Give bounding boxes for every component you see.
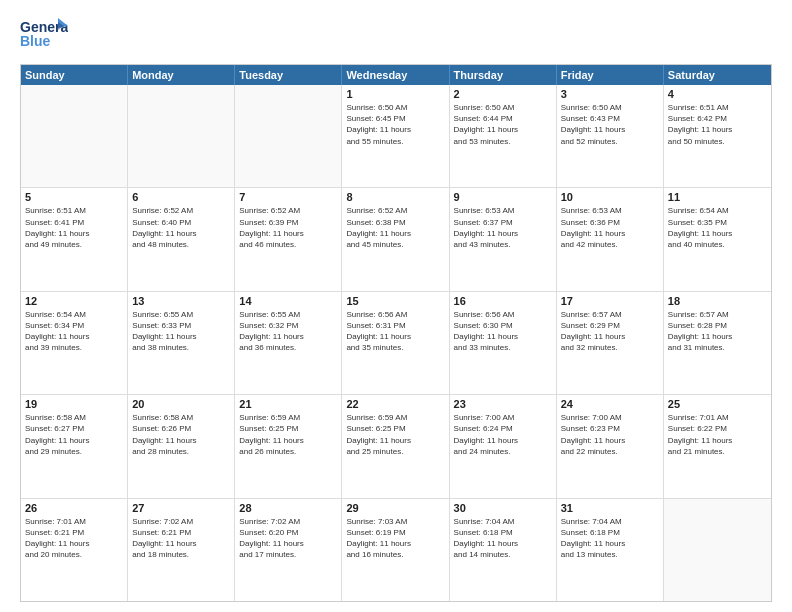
day-number: 31 [561,502,659,514]
day-cell-13: 13Sunrise: 6:55 AMSunset: 6:33 PMDayligh… [128,292,235,394]
day-cell-9: 9Sunrise: 6:53 AMSunset: 6:37 PMDaylight… [450,188,557,290]
day-cell-7: 7Sunrise: 6:52 AMSunset: 6:39 PMDaylight… [235,188,342,290]
day-info: Sunrise: 6:55 AMSunset: 6:32 PMDaylight:… [239,309,337,354]
day-cell-18: 18Sunrise: 6:57 AMSunset: 6:28 PMDayligh… [664,292,771,394]
day-info: Sunrise: 6:50 AMSunset: 6:45 PMDaylight:… [346,102,444,147]
day-cell-28: 28Sunrise: 7:02 AMSunset: 6:20 PMDayligh… [235,499,342,601]
day-number: 9 [454,191,552,203]
header-day-thursday: Thursday [450,65,557,85]
day-number: 4 [668,88,767,100]
day-number: 22 [346,398,444,410]
day-info: Sunrise: 6:51 AMSunset: 6:41 PMDaylight:… [25,205,123,250]
day-info: Sunrise: 6:53 AMSunset: 6:36 PMDaylight:… [561,205,659,250]
day-cell-8: 8Sunrise: 6:52 AMSunset: 6:38 PMDaylight… [342,188,449,290]
day-cell-27: 27Sunrise: 7:02 AMSunset: 6:21 PMDayligh… [128,499,235,601]
day-info: Sunrise: 6:57 AMSunset: 6:29 PMDaylight:… [561,309,659,354]
day-number: 28 [239,502,337,514]
day-number: 5 [25,191,123,203]
week-row-1: 5Sunrise: 6:51 AMSunset: 6:41 PMDaylight… [21,188,771,291]
day-number: 19 [25,398,123,410]
day-number: 13 [132,295,230,307]
day-number: 18 [668,295,767,307]
day-number: 24 [561,398,659,410]
day-cell-29: 29Sunrise: 7:03 AMSunset: 6:19 PMDayligh… [342,499,449,601]
day-info: Sunrise: 6:56 AMSunset: 6:30 PMDaylight:… [454,309,552,354]
calendar: SundayMondayTuesdayWednesdayThursdayFrid… [20,64,772,602]
day-cell-31: 31Sunrise: 7:04 AMSunset: 6:18 PMDayligh… [557,499,664,601]
header-day-sunday: Sunday [21,65,128,85]
day-number: 25 [668,398,767,410]
header: General Blue [20,16,772,56]
day-number: 10 [561,191,659,203]
week-row-0: 1Sunrise: 6:50 AMSunset: 6:45 PMDaylight… [21,85,771,188]
day-cell-10: 10Sunrise: 6:53 AMSunset: 6:36 PMDayligh… [557,188,664,290]
day-cell-15: 15Sunrise: 6:56 AMSunset: 6:31 PMDayligh… [342,292,449,394]
day-cell-19: 19Sunrise: 6:58 AMSunset: 6:27 PMDayligh… [21,395,128,497]
header-day-tuesday: Tuesday [235,65,342,85]
day-number: 16 [454,295,552,307]
day-number: 17 [561,295,659,307]
calendar-body: 1Sunrise: 6:50 AMSunset: 6:45 PMDaylight… [21,85,771,601]
day-number: 3 [561,88,659,100]
day-number: 8 [346,191,444,203]
day-cell-12: 12Sunrise: 6:54 AMSunset: 6:34 PMDayligh… [21,292,128,394]
day-info: Sunrise: 6:58 AMSunset: 6:27 PMDaylight:… [25,412,123,457]
day-info: Sunrise: 7:00 AMSunset: 6:24 PMDaylight:… [454,412,552,457]
day-number: 29 [346,502,444,514]
day-cell-5: 5Sunrise: 6:51 AMSunset: 6:41 PMDaylight… [21,188,128,290]
day-info: Sunrise: 6:51 AMSunset: 6:42 PMDaylight:… [668,102,767,147]
day-cell-25: 25Sunrise: 7:01 AMSunset: 6:22 PMDayligh… [664,395,771,497]
day-info: Sunrise: 6:56 AMSunset: 6:31 PMDaylight:… [346,309,444,354]
empty-cell [664,499,771,601]
day-info: Sunrise: 7:01 AMSunset: 6:21 PMDaylight:… [25,516,123,561]
empty-cell [21,85,128,187]
day-cell-23: 23Sunrise: 7:00 AMSunset: 6:24 PMDayligh… [450,395,557,497]
empty-cell [128,85,235,187]
day-number: 15 [346,295,444,307]
day-info: Sunrise: 7:04 AMSunset: 6:18 PMDaylight:… [454,516,552,561]
day-number: 26 [25,502,123,514]
day-info: Sunrise: 6:57 AMSunset: 6:28 PMDaylight:… [668,309,767,354]
day-cell-24: 24Sunrise: 7:00 AMSunset: 6:23 PMDayligh… [557,395,664,497]
day-number: 23 [454,398,552,410]
day-number: 12 [25,295,123,307]
logo-icon: General Blue [20,16,68,56]
week-row-4: 26Sunrise: 7:01 AMSunset: 6:21 PMDayligh… [21,499,771,601]
day-info: Sunrise: 6:58 AMSunset: 6:26 PMDaylight:… [132,412,230,457]
day-cell-11: 11Sunrise: 6:54 AMSunset: 6:35 PMDayligh… [664,188,771,290]
day-info: Sunrise: 6:50 AMSunset: 6:43 PMDaylight:… [561,102,659,147]
day-number: 11 [668,191,767,203]
day-cell-21: 21Sunrise: 6:59 AMSunset: 6:25 PMDayligh… [235,395,342,497]
day-cell-1: 1Sunrise: 6:50 AMSunset: 6:45 PMDaylight… [342,85,449,187]
svg-text:Blue: Blue [20,33,51,49]
day-number: 21 [239,398,337,410]
day-info: Sunrise: 6:59 AMSunset: 6:25 PMDaylight:… [346,412,444,457]
day-cell-20: 20Sunrise: 6:58 AMSunset: 6:26 PMDayligh… [128,395,235,497]
day-info: Sunrise: 7:03 AMSunset: 6:19 PMDaylight:… [346,516,444,561]
day-number: 1 [346,88,444,100]
day-cell-16: 16Sunrise: 6:56 AMSunset: 6:30 PMDayligh… [450,292,557,394]
day-cell-6: 6Sunrise: 6:52 AMSunset: 6:40 PMDaylight… [128,188,235,290]
day-info: Sunrise: 6:54 AMSunset: 6:35 PMDaylight:… [668,205,767,250]
day-info: Sunrise: 6:52 AMSunset: 6:39 PMDaylight:… [239,205,337,250]
day-info: Sunrise: 7:02 AMSunset: 6:20 PMDaylight:… [239,516,337,561]
day-info: Sunrise: 6:52 AMSunset: 6:40 PMDaylight:… [132,205,230,250]
logo: General Blue [20,16,68,56]
day-info: Sunrise: 7:02 AMSunset: 6:21 PMDaylight:… [132,516,230,561]
day-cell-4: 4Sunrise: 6:51 AMSunset: 6:42 PMDaylight… [664,85,771,187]
day-info: Sunrise: 6:55 AMSunset: 6:33 PMDaylight:… [132,309,230,354]
day-number: 7 [239,191,337,203]
day-cell-2: 2Sunrise: 6:50 AMSunset: 6:44 PMDaylight… [450,85,557,187]
day-cell-22: 22Sunrise: 6:59 AMSunset: 6:25 PMDayligh… [342,395,449,497]
header-day-monday: Monday [128,65,235,85]
day-number: 27 [132,502,230,514]
day-cell-30: 30Sunrise: 7:04 AMSunset: 6:18 PMDayligh… [450,499,557,601]
header-day-saturday: Saturday [664,65,771,85]
day-info: Sunrise: 7:04 AMSunset: 6:18 PMDaylight:… [561,516,659,561]
week-row-3: 19Sunrise: 6:58 AMSunset: 6:27 PMDayligh… [21,395,771,498]
day-info: Sunrise: 7:01 AMSunset: 6:22 PMDaylight:… [668,412,767,457]
day-number: 20 [132,398,230,410]
day-cell-14: 14Sunrise: 6:55 AMSunset: 6:32 PMDayligh… [235,292,342,394]
day-info: Sunrise: 6:53 AMSunset: 6:37 PMDaylight:… [454,205,552,250]
day-info: Sunrise: 6:52 AMSunset: 6:38 PMDaylight:… [346,205,444,250]
